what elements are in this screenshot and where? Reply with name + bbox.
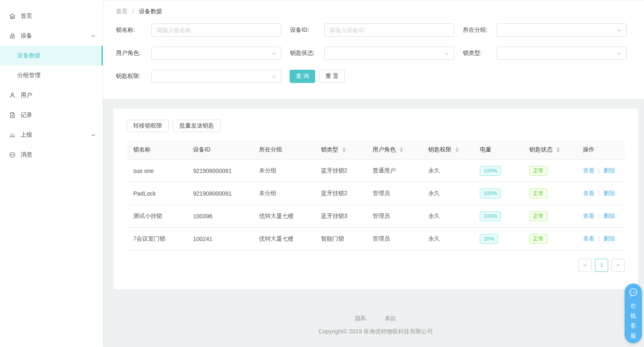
- sidebar-item-label: 设备数据: [17, 52, 40, 59]
- cell-lock-name: 7会议室门锁: [127, 227, 186, 250]
- column-header-battery: 电量: [473, 140, 523, 159]
- delete-link[interactable]: 删除: [604, 190, 615, 196]
- sidebar-item-device[interactable]: 设备: [0, 26, 103, 46]
- key-permission-label: 钥匙权限:: [116, 73, 151, 80]
- cell-group: 未分组: [252, 182, 314, 205]
- column-header-lock-name: 锁名称: [127, 140, 186, 159]
- column-header-group: 所在分组: [252, 140, 314, 159]
- terms-link[interactable]: 条款: [385, 315, 396, 321]
- online-customer-service-button[interactable]: 在线客服: [625, 283, 642, 343]
- battery-badge: 100%: [480, 211, 501, 221]
- page-footer: 隐私 条款 Copyright© 2019 珠海优特物联科技有限公司: [113, 289, 638, 344]
- sort-icon[interactable]: [455, 147, 459, 152]
- cell-user-role: 管理员: [366, 182, 422, 205]
- cell-user-role: 普通用户: [366, 159, 422, 182]
- device-table: 锁名称 设备ID 所在分组 锁类型 用户角色 钥匙权限 电量 钥匙状态 操作 s…: [127, 140, 625, 250]
- lock-type-label: 锁类型:: [463, 50, 497, 57]
- home-icon: [9, 13, 16, 19]
- transfer-lock-permission-button[interactable]: 转移锁权限: [127, 120, 169, 132]
- reset-button[interactable]: 重 置: [319, 70, 345, 83]
- customer-service-label: 在线客服: [630, 301, 636, 340]
- cell-device-id: 100241: [186, 227, 252, 250]
- filter-panel: 首页 / 设备数据 锁名称: 设备ID: 所在分组: 用户角色: 钥匙状: [103, 0, 644, 99]
- chevron-up-icon: [91, 35, 95, 38]
- cell-group: 未分组: [252, 159, 314, 182]
- cell-actions: 查看|删除: [576, 182, 625, 205]
- delete-link[interactable]: 删除: [604, 167, 615, 174]
- lock-name-input[interactable]: [151, 24, 281, 37]
- cell-device-id: 921908000091: [186, 182, 252, 205]
- device-id-label: 设备ID:: [290, 26, 324, 34]
- sort-icon[interactable]: [400, 147, 403, 152]
- battery-badge: 100%: [480, 189, 501, 198]
- delete-link[interactable]: 删除: [604, 235, 615, 242]
- key-status-select[interactable]: [324, 47, 454, 60]
- column-header-actions: 操作: [576, 140, 625, 159]
- cell-user-role: 管理员: [366, 227, 422, 250]
- device-id-input[interactable]: [324, 24, 454, 37]
- chevron-down-icon: [91, 134, 95, 137]
- delete-link[interactable]: 删除: [604, 212, 615, 219]
- chevron-down-icon: [271, 73, 276, 80]
- action-separator: |: [598, 235, 600, 242]
- sidebar-item-records[interactable]: 记录: [0, 105, 103, 125]
- action-separator: |: [598, 190, 600, 196]
- group-label: 所在分组:: [463, 26, 497, 34]
- key-status-label: 钥匙状态:: [290, 50, 324, 57]
- view-link[interactable]: 查看: [583, 190, 594, 196]
- sidebar-item-label: 首页: [21, 12, 95, 20]
- column-header-user-role[interactable]: 用户角色: [366, 140, 422, 159]
- batch-send-keys-button[interactable]: 批量发送钥匙: [173, 120, 221, 132]
- lock-name-label: 锁名称:: [116, 26, 151, 34]
- view-link[interactable]: 查看: [583, 212, 594, 219]
- sidebar-item-messages[interactable]: 消息: [0, 145, 103, 165]
- view-link[interactable]: 查看: [583, 235, 594, 242]
- chevron-down-icon: [444, 50, 449, 57]
- table-header-row: 锁名称 设备ID 所在分组 锁类型 用户角色 钥匙权限 电量 钥匙状态 操作: [127, 140, 625, 159]
- cell-actions: 查看|删除: [576, 205, 625, 227]
- lock-type-select[interactable]: [497, 47, 627, 60]
- pagination: < 1 >: [127, 259, 625, 272]
- cell-lock-name: PadLock: [127, 182, 186, 205]
- cell-lock-type: 智能门锁: [314, 227, 366, 250]
- column-header-lock-type[interactable]: 锁类型: [314, 140, 366, 159]
- breadcrumb-home-link[interactable]: 首页: [116, 8, 127, 14]
- breadcrumb-separator: /: [132, 8, 134, 14]
- key-status-badge: 正常: [529, 211, 547, 221]
- group-select[interactable]: [497, 24, 627, 37]
- content-area: 转移锁权限 批量发送钥匙 锁名称 设备ID 所在分组 锁类型 用户角色: [103, 99, 644, 347]
- pagination-next-button[interactable]: >: [611, 259, 625, 272]
- file-icon: [9, 112, 16, 118]
- column-header-key-permission[interactable]: 钥匙权限: [422, 140, 473, 159]
- column-header-key-status[interactable]: 钥匙状态: [523, 140, 576, 159]
- table-toolbar: 转移锁权限 批量发送钥匙: [127, 120, 625, 132]
- cell-user-role: 管理员: [366, 205, 422, 227]
- sidebar-item-home[interactable]: 首页: [0, 6, 103, 26]
- view-link[interactable]: 查看: [583, 167, 594, 174]
- pagination-prev-button[interactable]: <: [578, 259, 592, 272]
- table-row: PadLock 921908000091 未分组 蓝牙挂锁2 管理员 永久 10…: [127, 182, 625, 205]
- cell-key-permission: 永久: [422, 205, 473, 227]
- sidebar-item-label: 消息: [21, 151, 95, 158]
- sidebar-item-group-management[interactable]: 分组管理: [0, 66, 103, 85]
- sidebar-item-users[interactable]: 用户: [0, 85, 103, 105]
- sidebar-item-report[interactable]: 上报: [0, 125, 103, 145]
- cell-key-permission: 永久: [422, 182, 473, 205]
- cell-key-permission: 永久: [422, 227, 473, 250]
- privacy-link[interactable]: 隐私: [355, 315, 367, 321]
- query-button[interactable]: 查 询: [290, 70, 315, 83]
- sort-icon[interactable]: [342, 147, 346, 152]
- cell-key-status: 正常: [523, 205, 576, 227]
- pagination-page-1[interactable]: 1: [595, 259, 608, 272]
- lock-icon: [9, 33, 16, 39]
- user-role-select[interactable]: [151, 47, 281, 60]
- sidebar-item-device-data[interactable]: 设备数据: [0, 46, 103, 66]
- key-permission-select[interactable]: [151, 70, 281, 83]
- cell-actions: 查看|删除: [576, 227, 625, 250]
- cell-battery: 100%: [473, 182, 523, 205]
- filter-row-3: 钥匙权限: 查 询 重 置: [116, 70, 644, 83]
- sidebar-item-label: 上报: [21, 131, 91, 139]
- cell-lock-type: 蓝牙挂锁3: [314, 205, 366, 227]
- column-header-device-id: 设备ID: [186, 140, 252, 159]
- sort-icon[interactable]: [557, 147, 560, 152]
